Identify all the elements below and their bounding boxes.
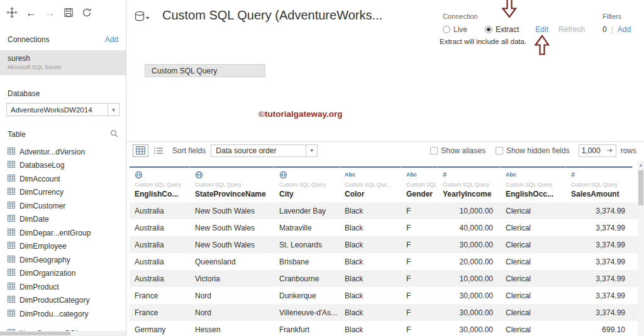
column-source: Custom SQL Query: [195, 182, 274, 188]
show-hidden-fields-checkbox[interactable]: [496, 147, 503, 154]
sidebar-table-item[interactable]: DimGeography: [0, 253, 126, 267]
sidebar-table-item[interactable]: DimDate: [0, 213, 126, 227]
live-radio[interactable]: [443, 26, 450, 33]
globe-type-icon: [195, 170, 274, 179]
column-header-stateprovincename[interactable]: Custom SQL QueryStateProvinceName: [190, 166, 274, 202]
column-source: Custom SQL Que...: [345, 182, 401, 188]
scrollbar-thumb[interactable]: [638, 170, 643, 205]
show-hidden-fields-label: Show hidden fields: [506, 146, 570, 155]
number-type-icon: #: [571, 170, 632, 179]
sidebar-table-item[interactable]: DimProdu...category: [0, 307, 126, 321]
column-header-yearlyincome[interactable]: #Custom SQL QueryYearlyIncome: [438, 166, 501, 202]
table-grid-icon: [8, 161, 15, 170]
table-cell: New South Wales: [190, 207, 274, 215]
table-cell: Black: [340, 207, 401, 215]
sidebar-table-item[interactable]: DatabaseLog: [0, 159, 126, 173]
filters-add-link[interactable]: Add: [618, 25, 631, 34]
sidebar-table-item[interactable]: DimAccount: [0, 172, 126, 186]
extract-note: Extract will include all data.: [440, 38, 585, 45]
sidebar-table-item[interactable]: DimEmployee: [0, 240, 126, 254]
table-cell: Brisbane: [274, 257, 340, 266]
table-grid-icon: [8, 229, 15, 237]
refresh-data-source-icon[interactable]: [82, 8, 92, 18]
top-toolbar: ← →: [0, 0, 126, 25]
column-header-color[interactable]: AbcCustom SQL Que...Color: [340, 166, 401, 202]
number-type-icon: #: [443, 170, 500, 179]
table-cell: F: [401, 291, 438, 300]
save-icon[interactable]: [64, 8, 74, 18]
table-row[interactable]: FranceNordDunkerqueBlackF30,000.00Cleric…: [130, 287, 644, 304]
table-row[interactable]: AustraliaNew South WalesSt. LeonardsBlac…: [130, 236, 644, 253]
sort-order-dropdown[interactable]: Data source order ▾: [211, 144, 318, 157]
sidebar-table-item[interactable]: DimOrganization: [0, 267, 126, 281]
sidebar-horizontal-scrollbar[interactable]: [0, 331, 126, 336]
table-cell: F: [401, 241, 438, 249]
table-cell: 3,374.99: [566, 308, 633, 317]
table-cell: 30,000.00: [438, 325, 501, 334]
connections-add-link[interactable]: Add: [105, 35, 118, 44]
column-header-englishco[interactable]: Custom SQL QueryEnglishCo...: [130, 166, 190, 202]
table-cell: Dunkerque: [274, 291, 340, 300]
show-hidden-fields-checkbox-group[interactable]: Show hidden fields: [496, 146, 570, 155]
column-header-city[interactable]: Custom SQL QueryCity: [274, 166, 340, 202]
table-grid-icon: [8, 175, 15, 183]
custom-sql-query-chip[interactable]: Custom SQL Query: [145, 64, 265, 77]
table-cell: 10,000.00: [438, 274, 501, 283]
column-header-salesamount[interactable]: #Custom SQL QuerySalesAmount: [566, 166, 633, 202]
live-label[interactable]: Live: [453, 25, 467, 34]
table-row[interactable]: AustraliaQueenslandBrisbaneBlackF20,000.…: [130, 253, 644, 270]
scroll-up-icon[interactable]: ▲: [638, 161, 644, 167]
vertical-scrollbar[interactable]: ▲: [638, 161, 644, 336]
column-name: YearlyIncome: [443, 190, 500, 198]
table-row[interactable]: AustraliaVictoriaCranbourneBlackF10,000.…: [130, 270, 644, 287]
table-row[interactable]: FranceNordVilleneuve-d'As...BlackF30,000…: [130, 304, 644, 321]
table-cell: New South Wales: [190, 241, 274, 249]
column-source: Custom SQL Query: [443, 182, 500, 188]
column-name: EnglishCo...: [135, 190, 189, 198]
sidebar-table-item[interactable]: DimCurrency: [0, 186, 126, 200]
table-cell: F: [401, 308, 438, 317]
sidebar-table-item[interactable]: DimCustomer: [0, 199, 126, 213]
rows-stepper-icon[interactable]: [606, 148, 613, 153]
table-name: Adventur...dVersion: [19, 148, 85, 156]
table-cell: Australia: [130, 207, 190, 215]
sidebar-table-item[interactable]: Adventur...dVersion: [0, 145, 126, 159]
table-name: DatabaseLog: [19, 161, 64, 170]
watermark: ©tutorialgateway.org: [258, 109, 342, 119]
table-name: DimCustomer: [19, 202, 65, 210]
table-cell: 3,374.99: [566, 207, 633, 215]
table-cell: Queensland: [190, 257, 274, 266]
grid-view-button[interactable]: [133, 144, 148, 157]
table-grid-icon: [8, 296, 15, 305]
tableau-logo-icon[interactable]: [6, 7, 18, 18]
rows-count-input[interactable]: 1,000: [579, 144, 616, 157]
table-row[interactable]: AustraliaNew South WalesMatravilleBlackF…: [130, 219, 644, 236]
extract-radio[interactable]: [485, 26, 492, 33]
forward-arrow-icon[interactable]: →: [45, 8, 55, 18]
show-aliases-checkbox[interactable]: [430, 147, 438, 154]
table-grid-icon: [8, 202, 15, 210]
table-cell: Clerical: [501, 207, 566, 215]
table-row[interactable]: AustraliaNew South WalesLavender BayBlac…: [130, 202, 644, 219]
connection-item-suresh[interactable]: suresh Microsoft SQL Server: [0, 50, 126, 75]
scrollbar-thumb[interactable]: [0, 332, 70, 335]
back-arrow-icon[interactable]: ←: [26, 8, 36, 18]
sidebar-table-item[interactable]: DimProductCategory: [0, 294, 126, 308]
column-header-englishocc[interactable]: AbcCustom SQL QueryEnglishOcc...: [501, 166, 566, 202]
datasource-icon[interactable]: [134, 11, 150, 26]
table-grid-icon: [8, 256, 15, 264]
sidebar-table-item[interactable]: DimProduct: [0, 280, 126, 294]
connection-subtitle: Microsoft SQL Server: [8, 64, 118, 70]
metadata-view-button[interactable]: [151, 144, 166, 157]
table-name: DimOrganization: [19, 269, 75, 278]
table-name: DimDepar...entGroup: [19, 229, 91, 237]
database-dropdown[interactable]: AdventureWorksDW2014 ▾: [6, 103, 119, 116]
table-cell: Germany: [130, 325, 190, 334]
column-header-gender[interactable]: AbcCustom SQL ...Gender: [401, 166, 438, 202]
search-icon[interactable]: [110, 129, 118, 140]
sidebar-table-item[interactable]: DimDepar...entGroup: [0, 226, 126, 240]
table-row[interactable]: GermanyHessenFrankfurtBlackF30,000.00Cle…: [130, 321, 644, 336]
show-aliases-checkbox-group[interactable]: Show aliases: [430, 146, 486, 155]
page-title: Custom SQL Query (AdventureWorks...: [162, 8, 382, 23]
extract-label[interactable]: Extract: [496, 25, 519, 34]
